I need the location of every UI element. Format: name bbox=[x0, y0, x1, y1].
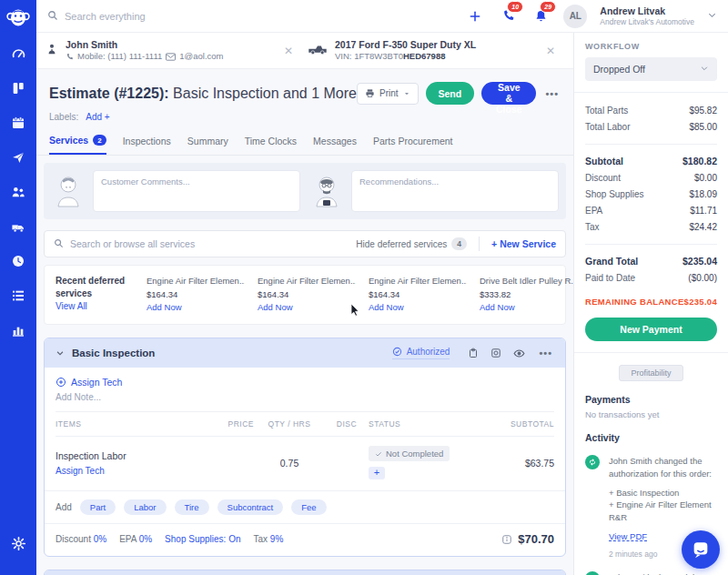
photos-icon[interactable] bbox=[490, 348, 501, 358]
add-note-input[interactable]: Add Note... bbox=[56, 392, 554, 402]
settings-gear-icon[interactable] bbox=[0, 526, 36, 560]
add-label-link[interactable]: Add + bbox=[86, 112, 109, 122]
tab-services[interactable]: Services 2 bbox=[49, 135, 106, 155]
deferred-add-now-link[interactable]: Add Now bbox=[480, 301, 573, 315]
send-button[interactable]: Send bbox=[426, 82, 475, 105]
save-close-button[interactable]: Save & Close bbox=[481, 82, 536, 105]
discount-value[interactable]: 0% bbox=[94, 534, 106, 544]
tab-inspections[interactable]: Inspections bbox=[123, 135, 171, 155]
deferred-view-all-link[interactable]: View All bbox=[56, 300, 134, 313]
vehicle-name: 2017 Ford F-350 Super Duty XL bbox=[335, 39, 476, 52]
add-labor-chip[interactable]: Labor bbox=[124, 499, 166, 515]
service-card-header[interactable]: Basic Inspection Authorized ••• bbox=[45, 338, 565, 368]
phone-icon bbox=[66, 53, 74, 61]
vin-label: VIN: bbox=[335, 51, 351, 61]
services-search-input[interactable]: Search or browse all services bbox=[70, 238, 349, 249]
deferred-add-now-link[interactable]: Add Now bbox=[147, 301, 245, 315]
tab-parts-procurement[interactable]: Parts Procurement bbox=[373, 135, 453, 155]
line-item-assign-tech-link[interactable]: Assign Tech bbox=[56, 466, 201, 476]
totals-group-parts-labor: Total Parts$95.82 Total Labor$85.00 bbox=[585, 102, 717, 135]
activity-event: John Smith changed the authorization for… bbox=[585, 571, 717, 575]
nav-calendar-icon[interactable] bbox=[0, 106, 36, 140]
comments-panel: Customer Comments... Recommendations... bbox=[44, 163, 566, 219]
topbar: 10 29 AL Andrew Litvak Andrew Litvak's A… bbox=[36, 0, 728, 33]
tab-messages[interactable]: Messages bbox=[313, 135, 357, 155]
remove-customer-icon[interactable]: ✕ bbox=[275, 45, 302, 57]
app-window: 10 29 AL Andrew Litvak Andrew Litvak's A… bbox=[0, 0, 728, 575]
global-search-input[interactable] bbox=[65, 11, 338, 22]
new-payment-button[interactable]: New Payment bbox=[585, 318, 717, 341]
new-service-button[interactable]: + New Service bbox=[491, 238, 556, 249]
activity-text: John Smith changed the authorization for… bbox=[609, 455, 717, 480]
order-tabs: Services 2 Inspections Summary Time Cloc… bbox=[36, 122, 573, 156]
clipboard-icon[interactable] bbox=[468, 348, 479, 358]
nav-inventory-icon[interactable] bbox=[0, 278, 36, 313]
customer-summary[interactable]: John Smith Mobile: (111) 111-1111 1@aol.… bbox=[46, 39, 275, 63]
technician-avatar-illustration bbox=[309, 170, 344, 210]
deferred-add-now-link[interactable]: Add Now bbox=[258, 301, 356, 315]
line-item-subtotal: $63.75 bbox=[476, 449, 554, 479]
remove-vehicle-icon[interactable]: ✕ bbox=[537, 45, 564, 57]
user-info[interactable]: Andrew Litvak Andrew Litvak's Automotive bbox=[600, 5, 694, 27]
service-more-icon[interactable]: ••• bbox=[537, 348, 554, 358]
notifications-icon[interactable]: 29 bbox=[531, 6, 551, 26]
more-actions-icon[interactable]: ••• bbox=[543, 88, 561, 99]
line-item-status-chip[interactable]: Not Completed bbox=[369, 446, 450, 461]
remaining-balance: REMAINING BALANCE$235.04 bbox=[585, 297, 717, 307]
deferred-add-now-link[interactable]: Add Now bbox=[369, 301, 467, 315]
service-totals-row: Discount 0% EPA 0% Shop Supplies: On Tax… bbox=[45, 523, 565, 556]
nav-vehicles-icon[interactable] bbox=[0, 209, 36, 244]
quick-add-icon[interactable] bbox=[465, 6, 485, 26]
activity-item: + Basic Inspection bbox=[609, 487, 717, 499]
tax-value[interactable]: 9% bbox=[270, 534, 283, 544]
visibility-eye-icon[interactable] bbox=[513, 348, 525, 359]
shopmonkey-logo-icon[interactable] bbox=[0, 0, 36, 36]
epa-value[interactable]: 0% bbox=[139, 534, 152, 544]
deferred-item: Drive Belt Idler Pulley R... $333.82 Add… bbox=[480, 275, 573, 315]
nav-customers-icon[interactable] bbox=[0, 175, 36, 209]
nav-reports-icon[interactable] bbox=[0, 313, 36, 348]
search-icon bbox=[47, 10, 58, 23]
authorization-status[interactable]: Authorized bbox=[392, 347, 450, 359]
add-label: Add bbox=[56, 502, 72, 512]
profitability-tab[interactable]: Profitability bbox=[619, 365, 682, 381]
global-search[interactable] bbox=[47, 10, 465, 23]
collapse-chevron-icon[interactable] bbox=[56, 348, 65, 358]
add-fee-chip[interactable]: Fee bbox=[291, 499, 326, 515]
deferred-count-badge: 4 bbox=[451, 237, 467, 250]
line-item-qty[interactable]: 0.75 bbox=[254, 449, 325, 479]
nav-timeclock-icon[interactable] bbox=[0, 244, 36, 278]
recommendations-input[interactable]: Recommendations... bbox=[351, 170, 559, 212]
add-tire-chip[interactable]: Tire bbox=[175, 499, 209, 515]
chat-bubble-icon bbox=[691, 540, 711, 560]
shop-supplies-toggle[interactable]: Shop Supplies: On bbox=[165, 534, 240, 544]
add-status-icon[interactable]: + bbox=[369, 467, 385, 479]
chevron-down-icon[interactable] bbox=[707, 10, 717, 22]
workflow-select[interactable]: Dropped Off bbox=[585, 57, 717, 81]
print-caret-icon bbox=[403, 90, 410, 97]
service-title: Basic Inspection bbox=[72, 348, 385, 358]
nav-workflow-icon[interactable] bbox=[0, 71, 36, 106]
vehicle-summary[interactable]: 2017 Ford F-350 Super Duty XL VIN: 1FT8W… bbox=[302, 39, 537, 63]
tab-summary[interactable]: Summary bbox=[187, 135, 228, 155]
nav-dashboard-icon[interactable] bbox=[0, 36, 36, 71]
service-card-engine-air-filter: Engine Air Filter Element R&R Authorized… bbox=[44, 570, 566, 575]
customer-name: John Smith bbox=[66, 39, 224, 52]
assign-tech-link[interactable]: Assign Tech bbox=[56, 377, 554, 388]
deferred-item: Engine Air Filter Elemen... $164.34 Add … bbox=[258, 275, 356, 315]
vin-value-highlight: HED67988 bbox=[403, 51, 445, 61]
service-card-header[interactable]: Engine Air Filter Element R&R Authorized… bbox=[45, 570, 565, 575]
user-avatar[interactable]: AL bbox=[563, 5, 587, 28]
customer-comments-input[interactable]: Customer Comments... bbox=[93, 170, 300, 212]
calls-badge: 10 bbox=[507, 1, 523, 13]
service-total: $70.70 bbox=[518, 532, 554, 546]
nav-messages-icon[interactable] bbox=[0, 140, 36, 175]
totals-group-grand: Grand Total$235.04 Paid to Date($0.00) bbox=[585, 244, 717, 286]
calls-icon[interactable]: 10 bbox=[498, 6, 518, 26]
hide-deferred-toggle[interactable]: Hide deferred services 4 bbox=[356, 237, 467, 250]
tab-time-clocks[interactable]: Time Clocks bbox=[245, 135, 297, 155]
add-part-chip[interactable]: Part bbox=[80, 499, 116, 515]
chat-widget-button[interactable] bbox=[682, 530, 720, 569]
add-subcontract-chip[interactable]: Subcontract bbox=[217, 499, 284, 515]
print-button[interactable]: Print bbox=[357, 83, 419, 105]
